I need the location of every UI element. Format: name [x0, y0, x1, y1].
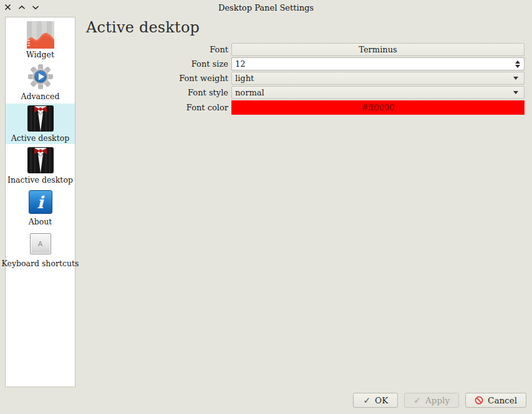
- spinner-down-icon[interactable]: [515, 65, 520, 68]
- cancel-button-label: Cancel: [488, 395, 517, 405]
- titlebar: Desktop Panel Settings: [0, 0, 532, 15]
- font-weight-value: light: [235, 74, 254, 83]
- check-icon: ✓: [363, 396, 370, 405]
- desktop-panel-settings-window: { "window": { "title": "Desktop Panel Se…: [0, 0, 532, 414]
- window-title: Desktop Panel Settings: [0, 3, 532, 12]
- key-a-icon: A: [27, 230, 54, 258]
- sidebar-item-label: Keyboard shortcuts: [2, 259, 79, 268]
- sidebar-item-label: About: [29, 217, 52, 226]
- font-color-button[interactable]: #ff0000: [231, 100, 525, 115]
- page-title: Active desktop: [86, 19, 526, 36]
- sidebar-item-inactive-desktop[interactable]: Inactive desktop: [6, 145, 75, 186]
- spinner-arrows[interactable]: [515, 58, 520, 70]
- sidebar-item-advanced[interactable]: Advanced: [6, 62, 75, 102]
- font-picker-button[interactable]: Terminus: [231, 43, 525, 56]
- chevron-down-icon: [513, 91, 518, 94]
- font-color-value: #ff0000: [361, 103, 394, 112]
- font-size-value: 12: [235, 59, 246, 69]
- form-row-font-weight: Font weight light: [86, 72, 526, 85]
- form-row-font: Font Terminus: [86, 43, 526, 56]
- dialog-buttons: ✓ OK ✓ Apply Cancel: [353, 393, 526, 408]
- form-row-font-style: Font style normal: [86, 86, 526, 99]
- spinner-up-icon[interactable]: [515, 60, 520, 64]
- sidebar-item-active-desktop[interactable]: Active desktop: [6, 104, 75, 144]
- form-row-font-size: Font size 12: [86, 57, 526, 70]
- info-icon-glyph: i: [29, 190, 52, 214]
- font-label: Font: [86, 45, 231, 54]
- sidebar: Widget Advanced: [5, 17, 75, 387]
- font-size-label: Font size: [86, 59, 231, 69]
- font-style-value: normal: [235, 88, 264, 97]
- font-size-spinbox[interactable]: 12: [231, 57, 525, 70]
- main-content: Active desktop Font Terminus Font size 1…: [86, 19, 526, 116]
- sidebar-item-widget[interactable]: Widget: [6, 20, 75, 60]
- apply-button-label: Apply: [425, 395, 450, 405]
- font-style-label: Font style: [86, 88, 231, 97]
- form-row-font-color: Font color #ff0000: [86, 100, 526, 115]
- tuxedo-icon: [27, 105, 54, 132]
- sidebar-item-label: Active desktop: [11, 133, 69, 143]
- font-color-label: Font color: [86, 103, 231, 112]
- ok-button-label: OK: [375, 395, 388, 405]
- font-weight-dropdown[interactable]: light: [231, 72, 525, 85]
- tuxedo-icon: [27, 147, 54, 174]
- cancel-button[interactable]: Cancel: [465, 393, 526, 408]
- font-style-dropdown[interactable]: normal: [231, 86, 525, 99]
- check-icon: ✓: [414, 396, 421, 405]
- font-weight-label: Font weight: [86, 74, 231, 83]
- gear-icon: [27, 63, 54, 90]
- key-a-icon-glyph: A: [30, 233, 51, 254]
- info-icon: i: [27, 188, 54, 216]
- sidebar-item-label: Inactive desktop: [7, 175, 73, 185]
- settings-form: Font Terminus Font size 12 Font weight l…: [86, 43, 526, 115]
- apply-button[interactable]: ✓ Apply: [404, 393, 459, 408]
- widget-chart-icon: [27, 21, 54, 49]
- sidebar-item-label: Widget: [26, 50, 54, 59]
- sidebar-item-label: Advanced: [21, 92, 60, 101]
- chevron-down-icon: [513, 77, 518, 80]
- cancel-icon: [475, 396, 483, 405]
- sidebar-item-about[interactable]: i About: [6, 187, 75, 228]
- font-picker-value: Terminus: [359, 45, 397, 54]
- sidebar-item-keyboard-shortcuts[interactable]: A Keyboard shortcuts: [6, 229, 75, 269]
- ok-button[interactable]: ✓ OK: [353, 393, 398, 408]
